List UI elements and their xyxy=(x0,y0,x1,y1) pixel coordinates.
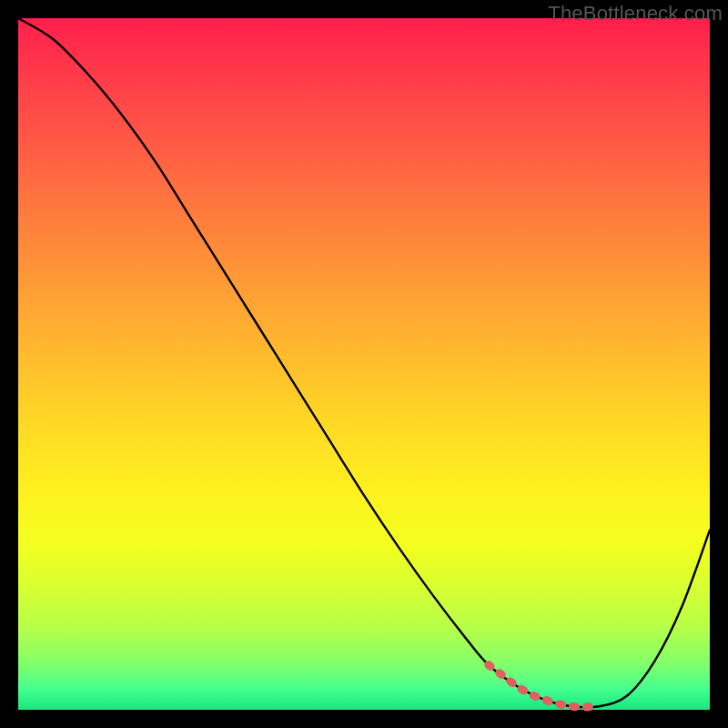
bottleneck-curve xyxy=(18,18,710,707)
optimal-range-highlight xyxy=(489,665,600,707)
chart-frame: TheBottleneck.com xyxy=(0,0,728,728)
chart-overlay xyxy=(18,18,710,710)
